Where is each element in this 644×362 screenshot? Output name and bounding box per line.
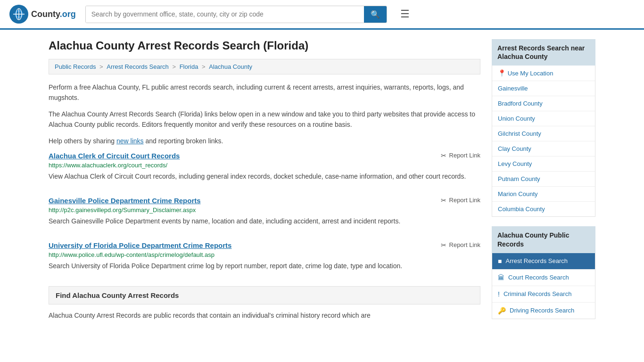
record-item-header-0: Alachua Clerk of Circuit Court Records ✂…: [49, 152, 480, 160]
driving-records-icon: 🔑: [498, 307, 506, 314]
hamburger-menu-button[interactable]: ☰: [396, 6, 413, 22]
record-url-2[interactable]: http://www.police.ufl.edu/wp-content/asp…: [49, 251, 480, 258]
intro-p3: Help others by sharing new links and rep…: [49, 136, 480, 146]
scissors-icon-0: ✂: [441, 152, 446, 159]
record-item-2: University of Florida Police Department …: [49, 241, 480, 275]
record-desc-2: Search University of Florida Police Depa…: [49, 261, 480, 271]
breadcrumb-sep-2: >: [172, 63, 177, 70]
logo-link[interactable]: County.org: [9, 5, 76, 24]
report-link-label-0: Report Link: [449, 152, 480, 159]
record-item-header-1: Gainesville Police Department Crime Repo…: [49, 197, 480, 205]
sidebar-records-list: ■ Arrest Records Search 🏛 Court Records …: [492, 253, 595, 319]
record-url-0[interactable]: https://www.alachuaclerk.org/court_recor…: [49, 162, 480, 169]
intro-p1: Perform a free Alachua County, FL public…: [49, 82, 480, 103]
intro-p3-before: Help others by sharing: [49, 137, 116, 145]
content-area: Alachua County Arrest Records Search (Fl…: [49, 39, 480, 329]
record-title-0[interactable]: Alachua Clerk of Circuit Court Records: [49, 152, 180, 160]
breadcrumb-public-records[interactable]: Public Records: [55, 63, 96, 70]
intro-description: Perform a free Alachua County, FL public…: [49, 82, 480, 146]
court-records-icon: 🏛: [498, 274, 504, 281]
find-section-heading: Find Alachua County Arrest Records: [49, 286, 480, 304]
record-item-1: Gainesville Police Department Crime Repo…: [49, 197, 480, 230]
sidebar-use-location[interactable]: 📍 Use My Location: [492, 66, 595, 81]
sidebar-nearby-section: Arrest Records Search near Alachua Count…: [492, 39, 595, 217]
record-desc-0: View Alachua Clerk of Circuit Court reco…: [49, 172, 480, 181]
court-records-label: Court Records Search: [508, 274, 569, 281]
record-title-1[interactable]: Gainesville Police Department Crime Repo…: [49, 197, 201, 205]
sidebar-link-marion[interactable]: Marion County: [492, 187, 595, 202]
report-link-label-1: Report Link: [449, 197, 480, 204]
find-section-text: Alachua County Arrest Records are public…: [49, 310, 480, 321]
sidebar-link-levy[interactable]: Levy County: [492, 156, 595, 172]
logo-text: County.org: [31, 9, 76, 19]
main-layout: Alachua County Arrest Records Search (Fl…: [39, 30, 605, 338]
driving-records-label: Driving Records Search: [510, 307, 574, 314]
scissors-icon-2: ✂: [441, 241, 446, 249]
sidebar-public-records-section: Alachua County Public Records ■ Arrest R…: [492, 226, 595, 319]
intro-p3-after: and reporting broken links.: [144, 137, 223, 145]
sidebar-nearby-header: Arrest Records Search near Alachua Count…: [492, 39, 595, 66]
breadcrumb-sep-1: >: [99, 63, 105, 70]
report-link-btn-2[interactable]: ✂ Report Link: [441, 241, 480, 249]
sidebar-public-records-header: Alachua County Public Records: [492, 226, 595, 253]
sidebar-link-gainesville[interactable]: Gainesville: [492, 81, 595, 96]
breadcrumb-alachua[interactable]: Alachua County: [209, 63, 252, 70]
logo-icon: [9, 5, 28, 24]
criminal-records-label: Criminal Records Search: [504, 290, 572, 297]
search-input[interactable]: [86, 6, 364, 23]
use-location-label: Use My Location: [508, 70, 553, 77]
breadcrumb-arrest-records[interactable]: Arrest Records Search: [107, 63, 169, 70]
report-link-btn-1[interactable]: ✂ Report Link: [441, 197, 480, 204]
page-title: Alachua County Arrest Records Search (Fl…: [49, 39, 480, 52]
sidebar-link-columbia[interactable]: Columbia County: [492, 202, 595, 216]
sidebar-criminal-records-link[interactable]: ! Criminal Records Search: [492, 286, 595, 303]
sidebar-arrest-records-link[interactable]: ■ Arrest Records Search: [492, 253, 595, 270]
scissors-icon-1: ✂: [441, 197, 446, 204]
search-icon: 🔍: [371, 10, 380, 18]
arrest-records-label: Arrest Records Search: [505, 257, 568, 264]
sidebar-nearby-list: 📍 Use My Location Gainesville Bradford C…: [492, 66, 595, 217]
record-title-2[interactable]: University of Florida Police Department …: [49, 241, 231, 249]
report-link-label-2: Report Link: [449, 241, 480, 248]
site-header: County.org 🔍 ☰: [0, 0, 644, 30]
breadcrumb: Public Records > Arrest Records Search >…: [49, 59, 480, 74]
record-url-1[interactable]: http://p2c.gainesvillepd.org/Summary_Dis…: [49, 206, 480, 214]
record-desc-1: Search Gainesville Police Department eve…: [49, 216, 480, 226]
sidebar-link-union[interactable]: Union County: [492, 111, 595, 126]
sidebar-court-records-link[interactable]: 🏛 Court Records Search: [492, 270, 595, 286]
breadcrumb-sep-3: >: [202, 63, 207, 70]
records-list: Alachua Clerk of Circuit Court Records ✂…: [49, 152, 480, 275]
hamburger-icon: ☰: [400, 8, 410, 20]
report-link-btn-0[interactable]: ✂ Report Link: [441, 152, 480, 159]
sidebar-link-putnam[interactable]: Putnam County: [492, 172, 595, 187]
search-container: 🔍: [85, 6, 387, 23]
intro-p2: The Alachua County Arrest Records Search…: [49, 109, 480, 130]
sidebar-link-clay[interactable]: Clay County: [492, 141, 595, 156]
sidebar-link-bradford[interactable]: Bradford County: [492, 96, 595, 111]
criminal-records-icon: !: [498, 290, 500, 298]
breadcrumb-florida[interactable]: Florida: [180, 63, 198, 70]
arrest-records-icon: ■: [498, 257, 502, 265]
record-item-header-2: University of Florida Police Department …: [49, 241, 480, 249]
search-button[interactable]: 🔍: [364, 6, 387, 23]
record-item-0: Alachua Clerk of Circuit Court Records ✂…: [49, 152, 480, 185]
sidebar-link-gilchrist[interactable]: Gilchrist County: [492, 126, 595, 141]
new-links-link[interactable]: new links: [116, 137, 144, 145]
sidebar-driving-records-link[interactable]: 🔑 Driving Records Search: [492, 303, 595, 319]
sidebar: Arrest Records Search near Alachua Count…: [492, 39, 595, 329]
location-icon: 📍: [498, 69, 506, 77]
